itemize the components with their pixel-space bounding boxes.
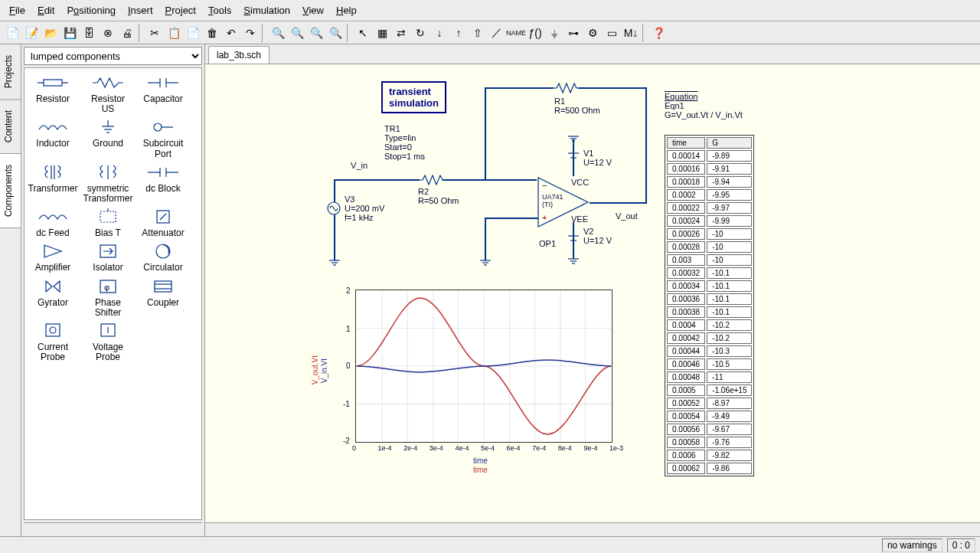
component-inductor[interactable]: Inductor bbox=[28, 117, 78, 160]
zoom-in-icon[interactable]: 🔍 bbox=[326, 24, 345, 42]
marker2-icon[interactable]: M↓ bbox=[622, 24, 640, 42]
svg-text:+: + bbox=[542, 213, 547, 222]
resistor-r1-icon[interactable] bbox=[554, 83, 578, 93]
zoom-fit-icon[interactable]: 🔍 bbox=[269, 24, 287, 42]
ground-opamp-icon bbox=[479, 259, 492, 267]
paste-icon[interactable]: 📄 bbox=[184, 24, 202, 42]
save-icon[interactable]: 💾 bbox=[60, 24, 79, 42]
component-capacitor[interactable]: Capacitor bbox=[138, 73, 188, 116]
component-circulator[interactable]: Circulator bbox=[138, 241, 188, 274]
result-table: time G 0.00014-9.890.00016-9.910.00018-9… bbox=[665, 135, 754, 476]
redo-icon[interactable]: ↷ bbox=[241, 24, 260, 42]
print-icon[interactable]: 🖨 bbox=[118, 24, 136, 42]
menu-view[interactable]: View bbox=[296, 2, 330, 19]
component-transformer[interactable]: Transformer bbox=[28, 162, 78, 205]
component-category-select[interactable]: lumped components bbox=[24, 47, 202, 65]
schematic-canvas[interactable]: transient simulation TR1 Type=lin Start=… bbox=[205, 64, 980, 522]
cut-icon[interactable]: ✂ bbox=[145, 24, 164, 42]
equation-icon[interactable]: ƒ() bbox=[526, 24, 544, 42]
save-all-icon[interactable]: 🗄 bbox=[80, 24, 98, 42]
pop-icon[interactable]: ⇧ bbox=[469, 24, 487, 42]
menu-simulation[interactable]: Simulation bbox=[237, 2, 296, 19]
component-symmetric-transformer[interactable]: symmetric Transformer bbox=[83, 162, 133, 205]
col-g: G bbox=[707, 137, 752, 149]
rotate-icon[interactable]: ↻ bbox=[411, 24, 430, 42]
vout-label: V_out bbox=[616, 211, 638, 221]
table-row: 0.00026-10 bbox=[667, 228, 752, 240]
component-subcircuit-port[interactable]: Subcircuit Port bbox=[138, 117, 188, 160]
close-icon[interactable]: ⊗ bbox=[99, 24, 117, 42]
v2-source-icon[interactable] bbox=[567, 231, 580, 247]
resistor-r2-icon[interactable] bbox=[420, 175, 444, 185]
component-resistor-us[interactable]: Resistor US bbox=[83, 73, 133, 116]
ground-tool-icon[interactable]: ⏚ bbox=[545, 24, 564, 42]
menu-help[interactable]: Help bbox=[330, 2, 363, 19]
table-row: 0.00058-9.76 bbox=[667, 437, 752, 448]
menu-insert[interactable]: Insert bbox=[122, 2, 159, 19]
component-isolator[interactable]: Isolator bbox=[83, 241, 133, 274]
marker-icon[interactable]: ▦ bbox=[373, 24, 391, 42]
open-icon[interactable]: 📂 bbox=[41, 24, 60, 42]
display-icon[interactable]: ▭ bbox=[603, 24, 621, 42]
wire bbox=[334, 179, 420, 181]
component-dc-block[interactable]: dc Block bbox=[138, 162, 188, 205]
zoom-out-icon[interactable]: 🔍 bbox=[288, 24, 306, 42]
source-icon[interactable] bbox=[326, 201, 341, 216]
tab-content[interactable]: Content bbox=[0, 100, 21, 154]
menu-tools[interactable]: Tools bbox=[202, 2, 237, 19]
table-row: 0.00044-10.3 bbox=[667, 345, 752, 357]
undo-icon[interactable]: ↶ bbox=[222, 24, 240, 42]
component-coupler[interactable]: Coupler bbox=[138, 276, 188, 319]
component-bias-t[interactable]: Bias T bbox=[83, 207, 133, 240]
tab-projects[interactable]: Projects bbox=[0, 44, 21, 100]
component-resistor[interactable]: Resistor bbox=[28, 73, 78, 116]
chart[interactable] bbox=[355, 290, 612, 443]
menu-bar: File Edit Positioning Insert Project Too… bbox=[0, 0, 980, 21]
component-amplifier[interactable]: Amplifier bbox=[28, 241, 78, 274]
table-row: 0.00014-9.89 bbox=[667, 150, 752, 162]
svg-line-23 bbox=[160, 214, 166, 220]
svg-rect-20 bbox=[100, 211, 116, 222]
equation-block[interactable]: Equation Eqn1 G=V_out.Vt / V_in.Vt bbox=[665, 92, 743, 119]
copy-icon[interactable]: 📋 bbox=[165, 24, 183, 42]
v1-source-icon[interactable] bbox=[567, 149, 580, 164]
transient-sim-block[interactable]: transient simulation bbox=[381, 81, 446, 113]
menu-project[interactable]: Project bbox=[159, 2, 202, 19]
goto-up-icon[interactable]: ↑ bbox=[449, 24, 468, 42]
port-tool-icon[interactable]: ⊶ bbox=[564, 24, 583, 42]
table-row: 0.0006-9.82 bbox=[667, 450, 752, 461]
menu-file[interactable]: File bbox=[3, 2, 31, 19]
component-current-probe[interactable]: Current Probe bbox=[28, 321, 78, 364]
zoom-1-icon[interactable]: 🔍 bbox=[307, 24, 325, 42]
svg-point-32 bbox=[50, 327, 56, 333]
component-grid: ResistorResistor USCapacitorInductorGrou… bbox=[24, 67, 202, 520]
menu-edit[interactable]: Edit bbox=[31, 2, 60, 19]
table-row: 0.0005-1.06e+15 bbox=[667, 384, 752, 396]
svg-point-25 bbox=[156, 244, 170, 258]
component-phase-shifter[interactable]: φPhase Shifter bbox=[83, 276, 133, 319]
new-text-icon[interactable]: 📝 bbox=[22, 24, 41, 42]
component-gyrator[interactable]: Gyrator bbox=[28, 276, 78, 319]
file-tab[interactable]: lab_3b.sch bbox=[208, 46, 270, 64]
panel-hscroll[interactable] bbox=[24, 522, 202, 536]
select-icon[interactable]: ↖ bbox=[354, 24, 372, 42]
new-icon[interactable]: 📄 bbox=[3, 24, 21, 42]
goto-sub-icon[interactable]: ↓ bbox=[430, 24, 449, 42]
help-icon[interactable]: ❓ bbox=[649, 24, 668, 42]
canvas-hscroll[interactable] bbox=[205, 522, 980, 536]
name-icon[interactable]: NAME bbox=[507, 24, 525, 42]
simulate-icon[interactable]: ⚙ bbox=[583, 24, 602, 42]
component-ground[interactable]: Ground bbox=[83, 117, 133, 160]
component-dc-feed[interactable]: dc Feed bbox=[28, 207, 78, 240]
svg-text:−: − bbox=[542, 181, 547, 190]
tab-components[interactable]: Components bbox=[0, 154, 21, 228]
chart-y2-label: V_in.Vt bbox=[320, 358, 328, 383]
wire-icon[interactable]: ／ bbox=[488, 24, 506, 42]
delete-icon[interactable]: 🗑 bbox=[203, 24, 221, 42]
table-row: 0.00016-9.91 bbox=[667, 163, 752, 175]
menu-positioning[interactable]: Positioning bbox=[60, 2, 122, 19]
canvas-wrap: lab_3b.sch transient simulation TR1 Type… bbox=[205, 44, 980, 536]
component-attenuator[interactable]: Attenuator bbox=[138, 207, 188, 240]
component-voltage-probe[interactable]: Voltage Probe bbox=[83, 321, 133, 364]
mirror-icon[interactable]: ⇄ bbox=[392, 24, 410, 42]
